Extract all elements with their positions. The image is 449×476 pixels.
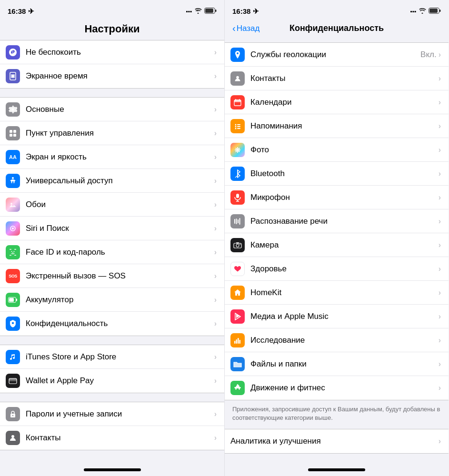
privacy-homekit[interactable]: HomeKit ›	[225, 281, 449, 305]
svg-point-19	[11, 251, 12, 252]
svg-point-30	[11, 435, 14, 438]
privacy-research[interactable]: Исследование ›	[225, 328, 449, 352]
section-4: Пароли и учетные записи › Контакты ›	[0, 402, 224, 450]
svg-point-11	[12, 177, 14, 179]
privacy-calendars[interactable]: Календари ›	[225, 90, 449, 114]
privacy-camera[interactable]: Камера ›	[225, 233, 449, 257]
wallet-icon	[6, 374, 20, 388]
privacy-bluetooth[interactable]: Bluetooth ›	[225, 162, 449, 186]
svg-rect-27	[9, 378, 17, 380]
privacy-location[interactable]: Службы геолокации Вкл. ›	[225, 43, 449, 67]
privacy-microphone[interactable]: Микрофон ›	[225, 186, 449, 209]
chevron-icon: ›	[214, 177, 217, 185]
wallpaper-icon	[6, 198, 20, 212]
svg-point-62	[236, 244, 239, 247]
chevron-icon: ›	[439, 146, 441, 154]
wifi-icon	[194, 8, 202, 15]
chevron-icon: ›	[439, 265, 441, 273]
svg-rect-18	[14, 255, 16, 256]
setting-screen-time[interactable]: Экранное время ›	[0, 64, 224, 88]
svg-rect-44	[237, 128, 240, 129]
chevron-icon: ›	[214, 377, 217, 385]
chevron-icon: ›	[214, 319, 217, 328]
svg-rect-42	[237, 126, 240, 127]
setting-siri[interactable]: Siri и Поиск ›	[0, 217, 224, 240]
photos-label: Фото	[250, 145, 439, 155]
setting-control-center[interactable]: Пункт управления ›	[0, 121, 224, 145]
back-chevron-icon: ‹	[232, 23, 236, 34]
setting-accessibility[interactable]: Универсальный доступ ›	[0, 169, 224, 193]
privacy-page-title: Конфиденциальность	[289, 23, 384, 33]
chevron-icon: ›	[214, 48, 217, 57]
svg-rect-57	[234, 219, 235, 224]
svg-point-20	[14, 251, 15, 252]
svg-point-69	[237, 384, 239, 386]
privacy-files[interactable]: Файлы и папки ›	[225, 352, 449, 376]
itunes-icon	[6, 350, 20, 364]
privacy-media[interactable]: Медиа и Apple Music ›	[225, 305, 449, 328]
privacy-health[interactable]: Здоровье ›	[225, 257, 449, 281]
setting-sos[interactable]: SOS Экстренный вызов — SOS ›	[0, 264, 224, 288]
svg-rect-59	[238, 219, 239, 223]
chevron-icon: ›	[439, 122, 441, 130]
setting-passwords[interactable]: Пароли и учетные записи ›	[0, 402, 224, 426]
general-label: Основные	[26, 105, 214, 114]
status-icons-right: ▪▪▪	[410, 8, 441, 15]
setting-do-not-disturb[interactable]: Не беспокоить ›	[0, 40, 224, 64]
top-spacer	[225, 39, 449, 42]
setting-display[interactable]: AA Экран и яркость ›	[0, 145, 224, 169]
section-2: Основные › Пункт управления › AA Экран и…	[0, 97, 224, 336]
accessibility-label: Универсальный доступ	[26, 176, 214, 186]
control-center-label: Пункт управления	[26, 129, 214, 138]
chevron-icon: ›	[439, 217, 441, 226]
files-icon	[230, 357, 245, 371]
svg-point-14	[12, 228, 14, 229]
privacy-contacts[interactable]: Контакты ›	[225, 67, 449, 90]
status-bar-right: 16:38 ✈ ▪▪▪	[225, 0, 449, 21]
camera-label: Камера	[250, 240, 439, 250]
contacts-icon-left	[6, 431, 20, 445]
setting-itunes[interactable]: iTunes Store и App Store ›	[0, 345, 224, 369]
wallpaper-label: Обои	[26, 200, 214, 209]
faceid-icon	[6, 245, 20, 259]
display-icon: AA	[6, 150, 20, 164]
setting-wallpaper[interactable]: Обои ›	[0, 193, 224, 217]
screen-time-label: Экранное время	[26, 71, 214, 81]
back-button[interactable]: ‹ Назад	[232, 23, 259, 34]
privacy-photos[interactable]: Фото ›	[225, 138, 449, 162]
bluetooth-label: Bluetooth	[250, 169, 439, 178]
setting-wallet[interactable]: Wallet и Apple Pay ›	[0, 369, 224, 393]
health-label: Здоровье	[250, 264, 439, 274]
status-bar-left: 16:38 ✈ ▪▪▪	[0, 0, 224, 21]
right-panel: 16:38 ✈ ▪▪▪ ‹ Назад Конфиденциальность	[224, 0, 449, 476]
privacy-label-left: Конфиденциальность	[26, 319, 214, 328]
calendars-label: Календари	[250, 98, 439, 107]
svg-rect-63	[236, 242, 239, 244]
analytics-item[interactable]: Аналитика и улучшения ›	[225, 429, 449, 453]
control-center-icon	[6, 126, 20, 140]
setting-contacts[interactable]: Контакты ›	[0, 426, 224, 450]
chevron-icon: ›	[214, 272, 217, 280]
svg-rect-26	[9, 380, 17, 381]
setting-privacy[interactable]: Конфиденциальность ›	[0, 312, 224, 336]
privacy-fitness[interactable]: Движение и фитнес ›	[225, 376, 449, 400]
setting-battery[interactable]: Аккумулятор ›	[0, 288, 224, 312]
chevron-icon: ›	[214, 296, 217, 304]
chevron-icon: ›	[439, 384, 441, 392]
setting-faceid[interactable]: Face ID и код-пароль ›	[0, 240, 224, 264]
battery-icon	[204, 8, 217, 15]
privacy-speech[interactable]: Распознавание речи ›	[225, 209, 449, 233]
svg-rect-16	[14, 249, 16, 250]
wifi-icon-right	[419, 8, 426, 15]
svg-rect-7	[10, 130, 12, 133]
health-icon	[230, 262, 245, 276]
chevron-icon: ›	[439, 98, 441, 107]
setting-general[interactable]: Основные ›	[0, 98, 224, 121]
svg-rect-24	[9, 353, 17, 361]
svg-rect-54	[236, 194, 239, 198]
svg-point-34	[236, 76, 239, 79]
privacy-reminders[interactable]: Напоминания ›	[225, 114, 449, 138]
chevron-icon: ›	[214, 72, 217, 80]
siri-icon	[6, 221, 20, 236]
contacts-priv-icon	[230, 71, 245, 86]
